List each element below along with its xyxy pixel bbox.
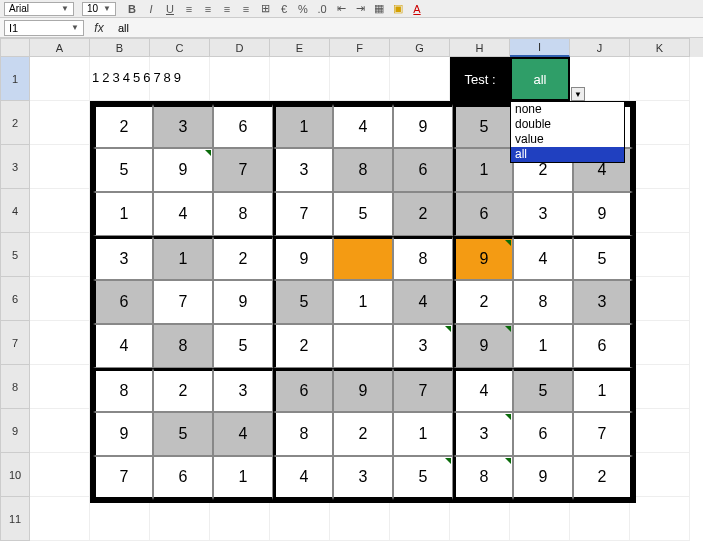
sudoku-cell-r3-c1[interactable]: 1 — [93, 192, 153, 236]
sudoku-cell-r2-c4[interactable]: 3 — [273, 148, 333, 192]
sudoku-cell-r4-c5[interactable] — [333, 236, 393, 280]
col-header-d[interactable]: D — [210, 38, 270, 57]
font-name-selector[interactable]: Arial ▼ — [4, 2, 74, 16]
dropdown-item-double[interactable]: double — [511, 117, 624, 132]
indent-inc-icon[interactable]: ⇥ — [352, 2, 368, 16]
sudoku-cell-r4-c9[interactable]: 5 — [573, 236, 633, 280]
merge-icon[interactable]: ⊞ — [257, 2, 273, 16]
sudoku-cell-r9-c9[interactable]: 2 — [573, 456, 633, 500]
sudoku-cell-r7-c9[interactable]: 1 — [573, 368, 633, 412]
sudoku-cell-r2-c1[interactable]: 5 — [93, 148, 153, 192]
col-header-e[interactable]: E — [270, 38, 330, 57]
sudoku-cell-r8-c4[interactable]: 8 — [273, 412, 333, 456]
indent-dec-icon[interactable]: ⇤ — [333, 2, 349, 16]
col-header-g[interactable]: G — [390, 38, 450, 57]
dropdown-item-value[interactable]: value — [511, 132, 624, 147]
sudoku-cell-r8-c2[interactable]: 5 — [153, 412, 213, 456]
col-header-b[interactable]: B — [90, 38, 150, 57]
underline-icon[interactable]: U — [162, 2, 178, 16]
sudoku-cell-r1-c2[interactable]: 3 — [153, 104, 213, 148]
formula-input[interactable]: all — [114, 22, 703, 34]
row-header-3[interactable]: 3 — [0, 145, 30, 189]
row-header-9[interactable]: 9 — [0, 409, 30, 453]
sudoku-cell-r1-c5[interactable]: 4 — [333, 104, 393, 148]
cell-area[interactable]: 123456789 Test : all ▼ nonedoublevalueal… — [30, 57, 703, 541]
sudoku-cell-r7-c3[interactable]: 3 — [213, 368, 273, 412]
sudoku-cell-r2-c2[interactable]: 9 — [153, 148, 213, 192]
sudoku-cell-r4-c6[interactable]: 8 — [393, 236, 453, 280]
sudoku-cell-r3-c7[interactable]: 6 — [453, 192, 513, 236]
col-header-f[interactable]: F — [330, 38, 390, 57]
sudoku-cell-r1-c4[interactable]: 1 — [273, 104, 333, 148]
sudoku-cell-r7-c7[interactable]: 4 — [453, 368, 513, 412]
sudoku-cell-r2-c5[interactable]: 8 — [333, 148, 393, 192]
sudoku-cell-r6-c9[interactable]: 6 — [573, 324, 633, 368]
col-header-k[interactable]: K — [630, 38, 690, 57]
sudoku-cell-r4-c4[interactable]: 9 — [273, 236, 333, 280]
sudoku-cell-r1-c3[interactable]: 6 — [213, 104, 273, 148]
row-header-2[interactable]: 2 — [0, 101, 30, 145]
dropdown-item-all[interactable]: all — [511, 147, 624, 162]
italic-icon[interactable]: I — [143, 2, 159, 16]
name-box[interactable]: I1 ▼ — [4, 20, 84, 36]
sudoku-cell-r2-c6[interactable]: 6 — [393, 148, 453, 192]
sudoku-cell-r3-c5[interactable]: 5 — [333, 192, 393, 236]
bold-icon[interactable]: B — [124, 2, 140, 16]
sudoku-cell-r8-c7[interactable]: 3 — [453, 412, 513, 456]
font-color-icon[interactable]: A — [409, 2, 425, 16]
row-header-8[interactable]: 8 — [0, 365, 30, 409]
sudoku-cell-r3-c9[interactable]: 9 — [573, 192, 633, 236]
sudoku-cell-r3-c4[interactable]: 7 — [273, 192, 333, 236]
sudoku-cell-r6-c8[interactable]: 1 — [513, 324, 573, 368]
col-header-a[interactable]: A — [30, 38, 90, 57]
row-header-4[interactable]: 4 — [0, 189, 30, 233]
sudoku-cell-r8-c6[interactable]: 1 — [393, 412, 453, 456]
sudoku-cell-r9-c1[interactable]: 7 — [93, 456, 153, 500]
sudoku-cell-r4-c1[interactable]: 3 — [93, 236, 153, 280]
select-all-corner[interactable] — [0, 38, 30, 57]
sudoku-cell-r5-c9[interactable]: 3 — [573, 280, 633, 324]
row-header-10[interactable]: 10 — [0, 453, 30, 497]
sudoku-cell-r9-c7[interactable]: 8 — [453, 456, 513, 500]
currency-icon[interactable]: € — [276, 2, 292, 16]
sudoku-cell-r8-c3[interactable]: 4 — [213, 412, 273, 456]
borders-icon[interactable]: ▦ — [371, 2, 387, 16]
sudoku-cell-r3-c8[interactable]: 3 — [513, 192, 573, 236]
sudoku-cell-r9-c6[interactable]: 5 — [393, 456, 453, 500]
sudoku-cell-r3-c2[interactable]: 4 — [153, 192, 213, 236]
sudoku-cell-r1-c1[interactable]: 2 — [93, 104, 153, 148]
sudoku-cell-r5-c4[interactable]: 5 — [273, 280, 333, 324]
sudoku-cell-r4-c2[interactable]: 1 — [153, 236, 213, 280]
sudoku-cell-r5-c5[interactable]: 1 — [333, 280, 393, 324]
sudoku-cell-r8-c5[interactable]: 2 — [333, 412, 393, 456]
row-header-11[interactable]: 11 — [0, 497, 30, 541]
percent-icon[interactable]: % — [295, 2, 311, 16]
sudoku-cell-r5-c6[interactable]: 4 — [393, 280, 453, 324]
sudoku-cell-r6-c4[interactable]: 2 — [273, 324, 333, 368]
sudoku-cell-r6-c6[interactable]: 3 — [393, 324, 453, 368]
fill-color-icon[interactable]: ▣ — [390, 2, 406, 16]
sudoku-cell-r3-c3[interactable]: 8 — [213, 192, 273, 236]
sudoku-cell-r7-c2[interactable]: 2 — [153, 368, 213, 412]
sudoku-cell-r5-c8[interactable]: 8 — [513, 280, 573, 324]
sudoku-cell-r4-c3[interactable]: 2 — [213, 236, 273, 280]
sudoku-cell-r4-c8[interactable]: 4 — [513, 236, 573, 280]
fx-label[interactable]: fx — [84, 21, 114, 35]
sudoku-cell-r8-c1[interactable]: 9 — [93, 412, 153, 456]
sudoku-cell-r7-c6[interactable]: 7 — [393, 368, 453, 412]
col-header-h[interactable]: H — [450, 38, 510, 57]
sudoku-cell-r6-c3[interactable]: 5 — [213, 324, 273, 368]
sudoku-cell-r6-c1[interactable]: 4 — [93, 324, 153, 368]
sudoku-cell-r9-c3[interactable]: 1 — [213, 456, 273, 500]
decimal-icon[interactable]: .0 — [314, 2, 330, 16]
dropdown-item-none[interactable]: none — [511, 102, 624, 117]
active-cell-i1[interactable]: all — [510, 57, 570, 101]
sudoku-cell-r1-c6[interactable]: 9 — [393, 104, 453, 148]
sudoku-cell-r5-c7[interactable]: 2 — [453, 280, 513, 324]
sudoku-cell-r9-c4[interactable]: 4 — [273, 456, 333, 500]
sudoku-cell-r9-c8[interactable]: 9 — [513, 456, 573, 500]
sudoku-cell-r6-c7[interactable]: 9 — [453, 324, 513, 368]
sudoku-cell-r5-c2[interactable]: 7 — [153, 280, 213, 324]
col-header-c[interactable]: C — [150, 38, 210, 57]
dropdown-button[interactable]: ▼ — [571, 87, 585, 101]
